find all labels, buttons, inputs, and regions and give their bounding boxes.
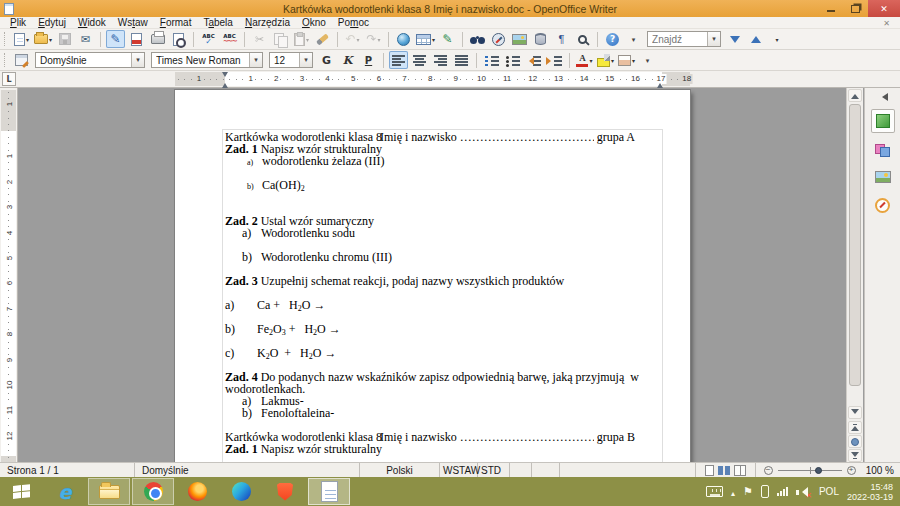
action-center-flag-icon[interactable]	[743, 485, 753, 498]
close-document-icon[interactable]	[877, 17, 896, 28]
search-input[interactable]	[652, 34, 704, 45]
first-line-indent-marker[interactable]	[222, 72, 228, 80]
clock[interactable]: 15:48 2022-03-19	[847, 482, 893, 502]
numbered-list-button[interactable]	[482, 51, 501, 69]
menu-plik[interactable]: Plik	[4, 17, 32, 28]
tab-stop-selector[interactable]	[2, 72, 16, 86]
help-button[interactable]	[603, 30, 622, 48]
find-previous-button[interactable]	[746, 30, 765, 48]
zoom-in-icon[interactable]: +	[847, 466, 856, 475]
copy-button[interactable]	[271, 30, 290, 48]
cut-button[interactable]: ✂	[250, 30, 269, 48]
chevron-down-icon[interactable]	[249, 53, 262, 67]
background-color-button[interactable]	[617, 51, 636, 69]
menu-narzedzia[interactable]: Narzędzia	[239, 17, 296, 28]
minimize-button[interactable]	[818, 0, 843, 17]
decrease-indent-button[interactable]	[524, 51, 543, 69]
underline-button[interactable]: P	[359, 51, 378, 69]
taskbar-edge[interactable]	[220, 478, 262, 505]
find-input-combo[interactable]	[647, 31, 721, 47]
open-button[interactable]	[33, 30, 53, 48]
chevron-down-icon[interactable]	[131, 53, 144, 67]
book-view-icon[interactable]	[734, 465, 746, 476]
formatting-overflow-button[interactable]: ▾	[638, 51, 657, 69]
find-next-button[interactable]	[725, 30, 744, 48]
taskbar-internet-explorer[interactable]	[44, 478, 86, 505]
zoom-slider-thumb[interactable]	[815, 467, 822, 474]
export-pdf-button[interactable]	[127, 30, 146, 48]
document-page[interactable]: Kartkówka wodorotlenki klasa 8Imię i naz…	[175, 90, 690, 462]
new-document-button[interactable]	[12, 30, 31, 48]
taskbar-file-explorer[interactable]	[88, 478, 130, 505]
sidebar-tab-gallery[interactable]	[871, 165, 895, 189]
right-indent-marker[interactable]	[657, 80, 663, 88]
multi-page-view-icon[interactable]	[718, 465, 730, 476]
auto-spellcheck-button[interactable]	[220, 30, 239, 48]
font-size-combo[interactable]: 12	[269, 52, 313, 68]
page-preview-button[interactable]	[169, 30, 188, 48]
keyboard-language[interactable]: POL	[819, 486, 839, 497]
vertical-ruler[interactable]: 1123456789101112	[0, 88, 18, 462]
taskbar-brave[interactable]	[264, 478, 306, 505]
paste-button[interactable]	[292, 30, 311, 48]
scroll-down-button[interactable]	[848, 406, 862, 419]
table-button[interactable]	[415, 30, 436, 48]
selection-mode-status[interactable]: STD	[478, 463, 510, 477]
zoom-slider[interactable]	[778, 470, 842, 471]
data-sources-button[interactable]	[531, 30, 550, 48]
insert-mode-status[interactable]: WSTAW	[440, 463, 478, 477]
align-center-button[interactable]	[410, 51, 429, 69]
gallery-button[interactable]	[510, 30, 529, 48]
signature-status[interactable]	[532, 463, 560, 477]
find-replace-button[interactable]	[468, 30, 487, 48]
language-status[interactable]: Polski	[360, 463, 440, 477]
undo-button[interactable]: ↶	[343, 30, 362, 48]
navigator-button[interactable]	[489, 30, 508, 48]
sidebar-tab-properties[interactable]	[871, 109, 895, 133]
menu-widok[interactable]: Widok	[72, 17, 112, 28]
restore-button[interactable]	[843, 0, 868, 17]
align-justify-button[interactable]	[452, 51, 471, 69]
previous-page-button[interactable]	[848, 421, 862, 434]
taskbar-firefox[interactable]	[176, 478, 218, 505]
scrollbar-thumb[interactable]	[849, 104, 861, 386]
print-button[interactable]	[148, 30, 167, 48]
vertical-scrollbar[interactable]	[846, 88, 863, 462]
menu-format[interactable]: Format	[154, 17, 198, 28]
save-button[interactable]	[55, 30, 74, 48]
taskbar-openoffice-writer[interactable]	[308, 478, 350, 505]
network-signal-icon[interactable]	[777, 487, 788, 496]
email-button[interactable]: ✉	[76, 30, 95, 48]
toolbar-grip[interactable]	[4, 32, 8, 46]
toolbar-overflow-button[interactable]: ▾	[624, 30, 643, 48]
volume-muted-icon[interactable]: ✕	[796, 486, 811, 498]
page-info[interactable]: Strona 1 / 1	[0, 463, 135, 477]
menu-edytuj[interactable]: Edytuj	[32, 17, 72, 28]
font-color-button[interactable]	[575, 51, 594, 69]
touch-keyboard-icon[interactable]	[706, 486, 723, 497]
bullet-list-button[interactable]	[503, 51, 522, 69]
draw-functions-button[interactable]: ✎	[438, 30, 457, 48]
align-right-button[interactable]	[431, 51, 450, 69]
edit-file-button[interactable]: ✎	[106, 30, 125, 48]
close-button[interactable]	[868, 0, 900, 17]
navigation-button[interactable]	[848, 435, 862, 448]
menu-tabela[interactable]: Tabela	[197, 17, 238, 28]
find-dropdown-icon[interactable]	[707, 32, 720, 46]
taskbar-chrome[interactable]	[132, 478, 174, 505]
document-modified-status[interactable]	[510, 463, 532, 477]
toolbar-grip[interactable]	[4, 53, 8, 67]
styles-panel-button[interactable]	[12, 51, 31, 69]
device-icon[interactable]	[761, 485, 769, 498]
bold-button[interactable]: G	[317, 51, 336, 69]
chevron-down-icon[interactable]	[299, 53, 312, 67]
highlighting-button[interactable]	[596, 51, 615, 69]
increase-indent-button[interactable]	[545, 51, 564, 69]
hyperlink-button[interactable]	[394, 30, 413, 48]
align-left-button[interactable]	[389, 51, 408, 69]
sidebar-tab-navigator[interactable]	[871, 193, 895, 217]
redo-button[interactable]: ↷	[364, 30, 383, 48]
left-indent-marker[interactable]	[222, 80, 228, 88]
sidebar-tab-styles[interactable]	[871, 137, 895, 161]
single-page-view-icon[interactable]	[705, 465, 714, 476]
